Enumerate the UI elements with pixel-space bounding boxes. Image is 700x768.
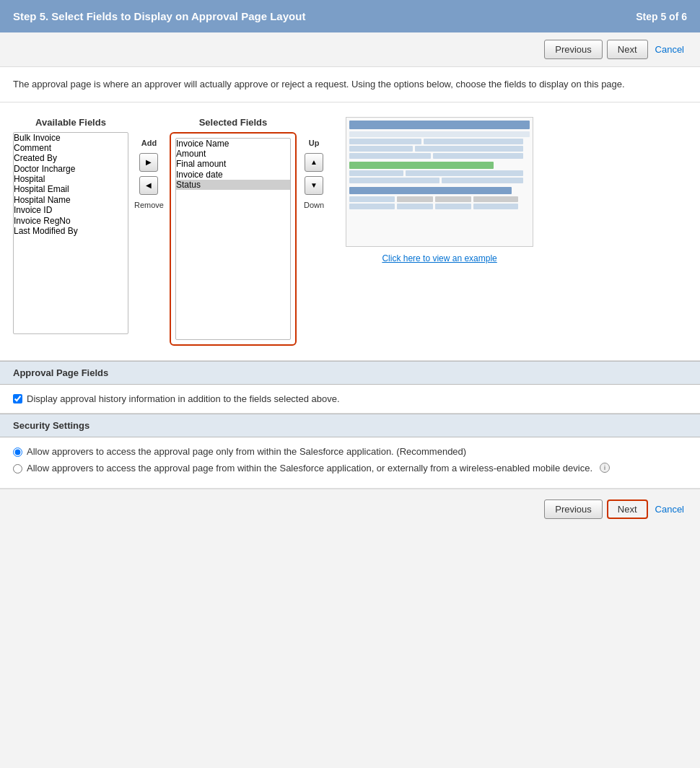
mock-cell <box>397 196 433 202</box>
approval-page-fields-content: Display approval history information in … <box>0 385 700 414</box>
bottom-previous-button[interactable]: Previous <box>544 499 603 519</box>
bottom-next-highlighted: Next <box>607 499 648 519</box>
top-cancel-link[interactable]: Cancel <box>652 44 687 55</box>
down-label: Down <box>304 201 324 209</box>
display-history-checkbox[interactable] <box>13 394 22 403</box>
selected-field-item[interactable]: Amount <box>176 149 290 159</box>
selected-field-item[interactable]: Status <box>176 180 290 190</box>
top-next-button[interactable]: Next <box>607 40 648 59</box>
mock-cell <box>349 178 439 183</box>
mock-cell <box>473 196 519 202</box>
example-mockup <box>346 118 533 246</box>
mock-cell <box>473 204 519 209</box>
page-title: Step 5. Select Fields to Display on Appr… <box>13 10 305 22</box>
mock-cell <box>349 204 395 209</box>
mock-cell <box>406 170 523 176</box>
mock-row-6 <box>349 196 530 202</box>
fields-layout: Available Fields Bulk Invoice Comment Cr… <box>13 117 687 346</box>
header-bar: Step 5. Select Fields to Display on Appr… <box>0 0 700 32</box>
available-field-item[interactable]: Doctor Incharge <box>14 164 128 174</box>
selected-field-item[interactable]: Final amount <box>176 159 290 169</box>
mock-green-bar <box>349 162 494 169</box>
fields-section: Available Fields Bulk Invoice Comment Cr… <box>0 102 700 361</box>
selected-fields-list[interactable]: Invoice Name Amount Final amount Invoice… <box>175 138 291 340</box>
add-button[interactable]: ▶ <box>139 153 158 172</box>
mock-cell <box>349 153 431 159</box>
approval-page-fields-header: Approval Page Fields <box>0 361 700 385</box>
mock-row-4 <box>349 170 530 176</box>
info-icon[interactable]: i <box>600 463 610 473</box>
example-section: Click here to view an example <box>346 117 533 265</box>
security-settings-content: Allow approvers to access the approval p… <box>0 437 700 489</box>
bottom-toolbar: Previous Next Cancel <box>0 489 700 529</box>
mock-cell <box>424 139 523 144</box>
available-field-item[interactable]: Hospital Email <box>14 184 128 194</box>
up-down-buttons: Up ▲ ▼ Down <box>304 139 324 209</box>
mock-cell <box>433 153 523 159</box>
example-image <box>346 117 533 247</box>
top-previous-button[interactable]: Previous <box>544 40 603 59</box>
available-field-item[interactable]: Invoice ID <box>14 205 128 215</box>
mock-row-7 <box>349 204 530 209</box>
security-option1-radio[interactable] <box>13 448 22 457</box>
approval-page-fields-label: Approval Page Fields <box>13 367 108 378</box>
selected-fields-wrapper: Invoice Name Amount Final amount Invoice… <box>170 132 297 346</box>
security-option2-label: Allow approvers to access the approval p… <box>27 463 592 474</box>
selected-field-item[interactable]: Invoice Name <box>176 139 290 149</box>
mock-row-2 <box>349 146 530 152</box>
remove-button[interactable]: ◀ <box>139 176 158 195</box>
mock-subheader <box>349 131 530 137</box>
mock-cell <box>435 204 471 209</box>
mock-header <box>349 121 530 129</box>
mock-cell <box>349 196 395 202</box>
available-field-item[interactable]: Last Modified By <box>14 226 128 236</box>
security-settings-label: Security Settings <box>13 420 89 431</box>
available-fields-label: Available Fields <box>35 117 106 128</box>
mock-cell <box>415 146 523 152</box>
add-remove-buttons: Add ▶ ◀ Remove <box>134 139 164 209</box>
available-field-item[interactable]: Bulk Invoice <box>14 133 128 143</box>
security-option1-row: Allow approvers to access the approval p… <box>13 446 687 457</box>
available-field-item[interactable]: Created By <box>14 153 128 163</box>
display-history-label: Display approval history information in … <box>27 393 340 404</box>
mock-cell <box>397 204 433 209</box>
available-fields-column: Available Fields Bulk Invoice Comment Cr… <box>13 117 128 334</box>
checkbox-row: Display approval history information in … <box>13 393 687 404</box>
up-button[interactable]: ▲ <box>305 153 323 172</box>
up-label: Up <box>309 139 320 147</box>
mock-cell <box>349 170 403 176</box>
down-button[interactable]: ▼ <box>305 176 323 195</box>
mock-cell <box>349 139 421 144</box>
mock-cell <box>349 146 413 152</box>
available-fields-list[interactable]: Bulk Invoice Comment Created By Doctor I… <box>13 132 128 334</box>
mock-cell <box>435 196 471 202</box>
available-field-item[interactable]: Invoice RegNo <box>14 216 128 226</box>
mock-row-3 <box>349 153 530 159</box>
step-label: Step 5 of 6 <box>636 11 687 22</box>
example-link[interactable]: Click here to view an example <box>382 253 496 265</box>
security-option2-radio[interactable] <box>13 464 22 474</box>
available-field-item[interactable]: Hospital Name <box>14 195 128 205</box>
security-option2-row: Allow approvers to access the approval p… <box>13 463 687 474</box>
top-toolbar: Previous Next Cancel <box>0 32 700 67</box>
mock-row-1 <box>349 139 530 144</box>
selected-fields-column: Selected Fields Invoice Name Amount Fina… <box>170 117 297 346</box>
description-box: The approval page is where an approver w… <box>0 67 700 102</box>
security-settings-header: Security Settings <box>0 414 700 437</box>
bottom-next-button[interactable]: Next <box>618 504 637 515</box>
mock-row-5 <box>349 178 530 183</box>
add-label: Add <box>141 139 157 147</box>
available-field-item[interactable]: Comment <box>14 143 128 153</box>
selected-field-item[interactable]: Invoice date <box>176 170 290 180</box>
mock-table-header <box>349 187 512 194</box>
description-text: The approval page is where an approver w… <box>13 79 625 90</box>
security-option1-label: Allow approvers to access the approval p… <box>27 446 466 457</box>
available-field-item[interactable]: Hospital <box>14 174 128 184</box>
remove-label: Remove <box>134 201 164 209</box>
selected-fields-label: Selected Fields <box>199 117 268 128</box>
bottom-cancel-link[interactable]: Cancel <box>652 504 687 515</box>
mock-cell <box>442 178 523 183</box>
